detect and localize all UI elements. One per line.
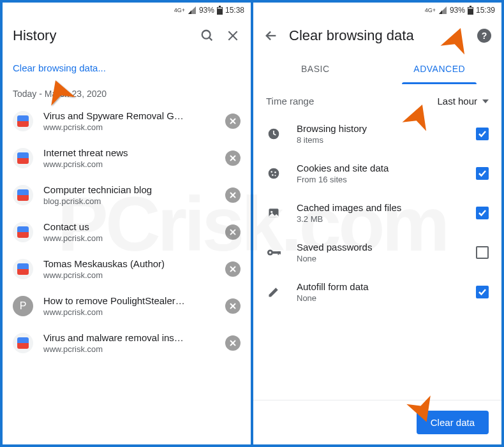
remove-history-icon[interactable] bbox=[225, 150, 241, 166]
option-title: Autofill form data bbox=[297, 281, 461, 292]
history-url: www.pcrisk.com bbox=[43, 122, 215, 132]
remove-history-icon[interactable] bbox=[225, 335, 241, 351]
status-time: 15:38 bbox=[225, 6, 244, 15]
time-range-value: Last hour bbox=[437, 96, 477, 106]
history-date: Today - March 23, 2020 bbox=[3, 82, 251, 103]
clear-data-button[interactable]: Clear data bbox=[417, 411, 489, 434]
options-list: Browsing history8 itemsCookies and site … bbox=[253, 114, 501, 312]
option-title: Browsing history bbox=[297, 123, 461, 134]
history-item[interactable]: Contact uswww.pcrisk.com bbox=[3, 214, 251, 251]
checkbox-checked[interactable] bbox=[476, 167, 489, 180]
svg-rect-22 bbox=[470, 6, 471, 7]
svg-point-26 bbox=[269, 168, 279, 179]
battery-icon bbox=[468, 6, 473, 15]
checkbox-unchecked[interactable] bbox=[476, 246, 489, 259]
status-time: 15:39 bbox=[476, 6, 495, 15]
remove-history-icon[interactable] bbox=[225, 224, 241, 240]
back-icon[interactable] bbox=[263, 28, 279, 43]
clear-option-row[interactable]: Saved passwordsNone bbox=[253, 233, 501, 272]
clear-option-row[interactable]: Cached images and files3.2 MB bbox=[253, 193, 501, 233]
signal-icon bbox=[188, 6, 196, 14]
history-item[interactable]: Virus and Spyware Removal G…www.pcrisk.c… bbox=[3, 103, 251, 140]
help-icon[interactable]: ? bbox=[477, 29, 491, 43]
svg-rect-1 bbox=[219, 6, 221, 7]
history-title: Tomas Meskauskas (Author) bbox=[43, 258, 215, 269]
history-url: www.pcrisk.com bbox=[43, 344, 215, 354]
checkbox-checked[interactable] bbox=[476, 286, 489, 298]
search-icon[interactable] bbox=[200, 28, 215, 43]
clear-option-row[interactable]: Cookies and site dataFrom 16 sites bbox=[253, 154, 501, 193]
bottom-bar: Clear data bbox=[253, 400, 501, 444]
page-title: History bbox=[13, 27, 189, 44]
signal-icon bbox=[438, 6, 447, 14]
svg-rect-35 bbox=[272, 251, 280, 254]
favicon bbox=[13, 185, 33, 205]
favicon bbox=[13, 333, 33, 353]
history-title: How to remove PoulightStealer… bbox=[43, 295, 215, 306]
clear-data-header: Clear browsing data ? bbox=[253, 18, 501, 54]
remove-history-icon[interactable] bbox=[225, 261, 241, 277]
history-item[interactable]: Tomas Meskauskas (Author)www.pcrisk.com bbox=[3, 251, 251, 288]
tabs: BASIC ADVANCED bbox=[253, 54, 501, 84]
history-title: Virus and malware removal ins… bbox=[43, 332, 215, 343]
tab-basic[interactable]: BASIC bbox=[253, 54, 378, 84]
history-title: Contact us bbox=[43, 221, 215, 232]
history-list: Virus and Spyware Removal G…www.pcrisk.c… bbox=[3, 103, 251, 444]
option-title: Cached images and files bbox=[297, 202, 461, 213]
time-range-label: Time range bbox=[266, 96, 314, 106]
favicon bbox=[13, 222, 33, 242]
favicon bbox=[13, 259, 33, 279]
favicon bbox=[13, 111, 33, 131]
page-title: Clear browsing data bbox=[289, 27, 467, 44]
phone-right: 4G+ 93% 15:39 Clear browsing data ? BASI… bbox=[253, 3, 501, 444]
history-url: www.pcrisk.com bbox=[43, 233, 215, 243]
favicon bbox=[13, 148, 33, 168]
svg-rect-36 bbox=[278, 251, 279, 255]
checkbox-checked[interactable] bbox=[476, 128, 489, 140]
svg-rect-23 bbox=[468, 8, 473, 9]
battery-percent: 93% bbox=[199, 6, 214, 15]
checkbox-checked[interactable] bbox=[476, 207, 489, 219]
svg-rect-2 bbox=[218, 8, 222, 9]
history-title: Virus and Spyware Removal G… bbox=[43, 110, 215, 121]
option-title: Saved passwords bbox=[297, 242, 461, 253]
svg-point-34 bbox=[269, 251, 272, 254]
tab-advanced[interactable]: ADVANCED bbox=[378, 54, 502, 84]
image-icon bbox=[266, 207, 281, 219]
status-bar: 4G+ 93% 15:38 bbox=[3, 3, 251, 18]
svg-point-29 bbox=[272, 174, 274, 176]
history-item[interactable]: Virus and malware removal ins…www.pcrisk… bbox=[3, 325, 251, 362]
key-icon bbox=[266, 249, 281, 256]
network-indicator: 4G+ bbox=[425, 7, 436, 13]
svg-point-32 bbox=[271, 211, 272, 213]
clear-option-row[interactable]: Browsing history8 items bbox=[253, 114, 501, 154]
history-url: www.pcrisk.com bbox=[43, 159, 215, 169]
remove-history-icon[interactable] bbox=[225, 187, 241, 203]
clock-icon bbox=[266, 128, 281, 140]
option-subtitle: From 16 sites bbox=[297, 175, 461, 184]
clear-option-row[interactable]: Autofill form dataNone bbox=[253, 272, 501, 312]
favicon-letter: P bbox=[13, 296, 33, 316]
history-url: blog.pcrisk.com bbox=[43, 196, 215, 206]
battery-percent: 93% bbox=[450, 6, 465, 15]
status-bar: 4G+ 93% 15:39 bbox=[253, 3, 501, 18]
svg-rect-37 bbox=[279, 251, 281, 254]
cookie-icon bbox=[266, 167, 281, 180]
remove-history-icon[interactable] bbox=[225, 114, 241, 129]
svg-point-28 bbox=[274, 172, 276, 173]
history-item[interactable]: PHow to remove PoulightStealer…www.pcris… bbox=[3, 288, 251, 325]
option-subtitle: None bbox=[297, 254, 461, 263]
close-icon[interactable] bbox=[225, 28, 241, 43]
svg-line-4 bbox=[209, 38, 212, 41]
battery-icon bbox=[217, 6, 223, 15]
option-subtitle: None bbox=[297, 293, 461, 303]
clear-browsing-data-link[interactable]: Clear browsing data... bbox=[3, 54, 251, 82]
time-range-row[interactable]: Time range Last hour bbox=[253, 84, 501, 114]
phone-left: 4G+ 93% 15:38 History Clear browsing dat… bbox=[3, 3, 251, 444]
history-item[interactable]: Internet threat newswww.pcrisk.com bbox=[3, 140, 251, 177]
history-item[interactable]: Computer technician blogblog.pcrisk.com bbox=[3, 177, 251, 214]
history-url: www.pcrisk.com bbox=[43, 307, 215, 317]
remove-history-icon[interactable] bbox=[225, 298, 241, 314]
option-title: Cookies and site data bbox=[297, 163, 461, 173]
svg-point-3 bbox=[202, 31, 211, 39]
